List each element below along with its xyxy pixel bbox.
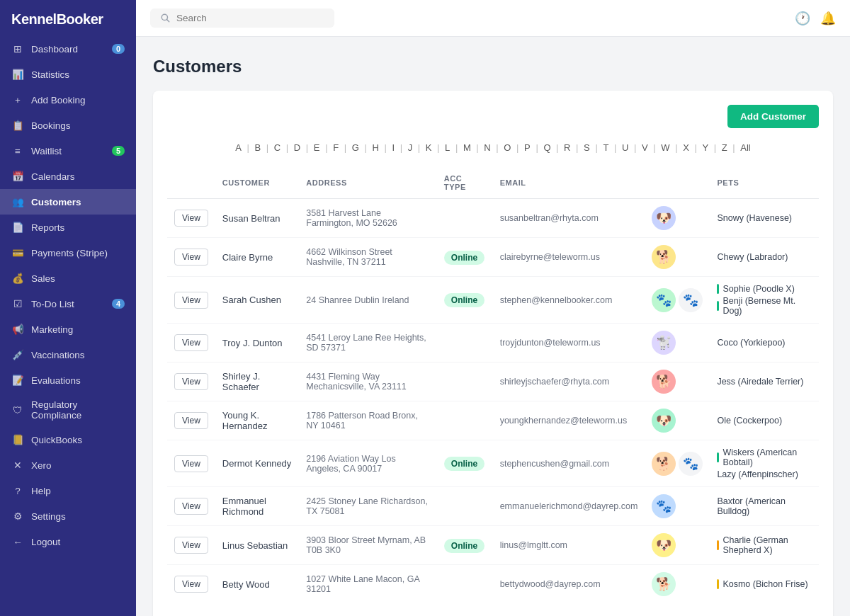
- email-cell: shirleyjschaefer@rhyta.com: [493, 363, 645, 401]
- alpha-N[interactable]: N: [482, 142, 492, 153]
- alpha-C[interactable]: C: [273, 142, 282, 153]
- table-row: ViewEmmanuel Richmond2425 Stoney Lane Ri…: [167, 487, 819, 526]
- view-button-8[interactable]: View: [174, 498, 208, 515]
- sidebar-item-payments[interactable]: 💳Payments (Stripe): [0, 240, 136, 266]
- alpha-B[interactable]: B: [254, 142, 263, 153]
- alpha-Q[interactable]: Q: [542, 142, 552, 153]
- sidebar-item-statistics[interactable]: 📊Statistics: [0, 62, 136, 87]
- customer-card: Add Customer A | B | C | D | E | F | G |…: [153, 91, 833, 616]
- sidebar-item-regulatory[interactable]: 🛡Regulatory Compliance: [0, 393, 136, 427]
- pet-name: Kosmo (Bichon Frise): [722, 579, 808, 589]
- view-button-7[interactable]: View: [174, 455, 208, 472]
- acc-type-cell: [437, 324, 493, 363]
- alpha-All[interactable]: All: [739, 142, 752, 153]
- view-button-4[interactable]: View: [174, 334, 208, 351]
- email-cell: stephencushen@gmail.com: [493, 440, 645, 487]
- alpha-X[interactable]: X: [681, 142, 691, 153]
- sidebar-item-evaluations[interactable]: 📝Evaluations: [0, 367, 136, 393]
- email-cell: troyjdunton@teleworm.us: [493, 324, 645, 363]
- alpha-L[interactable]: L: [443, 142, 451, 153]
- online-badge: Online: [444, 457, 484, 471]
- sidebar-item-marketing[interactable]: 📢Marketing: [0, 316, 136, 342]
- alpha-A[interactable]: A: [234, 142, 243, 153]
- view-cell: View: [167, 565, 215, 604]
- alpha-E[interactable]: E: [312, 142, 322, 153]
- alpha-separator: |: [361, 142, 371, 153]
- sidebar-label-help: Help: [31, 486, 51, 496]
- view-button-1[interactable]: View: [174, 210, 208, 227]
- pet-dot: [717, 540, 719, 550]
- email-cell: linus@lmgltt.com: [493, 526, 645, 565]
- sidebar-item-waitlist[interactable]: ≡Waitlist5: [0, 138, 136, 164]
- vaccinations-icon: 💉: [11, 348, 24, 361]
- sidebar-item-reports[interactable]: 📄Reports: [0, 215, 136, 240]
- page-content: Customers Add Customer A | B | C | D | E…: [136, 37, 850, 616]
- address-cell: 4541 Leroy Lane Ree Heights, SD 57371: [299, 324, 437, 363]
- sidebar-item-quickbooks[interactable]: 📒QuickBooks: [0, 427, 136, 452]
- sidebar-item-sales[interactable]: 💰Sales: [0, 266, 136, 291]
- sidebar-item-vaccinations[interactable]: 💉Vaccinations: [0, 342, 136, 367]
- view-cell: View: [167, 440, 215, 487]
- alpha-separator: |: [552, 142, 563, 153]
- history-icon[interactable]: 🕐: [795, 11, 810, 26]
- sidebar-item-todo[interactable]: ☑To-Do List4: [0, 291, 136, 316]
- alpha-H[interactable]: H: [370, 142, 380, 153]
- sidebar-label-vaccinations: Vaccinations: [31, 350, 85, 360]
- alpha-I[interactable]: I: [390, 142, 396, 153]
- alpha-P[interactable]: P: [523, 142, 532, 153]
- view-button-5[interactable]: View: [174, 373, 208, 390]
- alpha-J[interactable]: J: [407, 142, 414, 153]
- sidebar-item-settings[interactable]: ⚙Settings: [0, 503, 136, 529]
- col-avatar: [645, 169, 710, 199]
- alpha-S[interactable]: S: [582, 142, 591, 153]
- sidebar-item-bookings[interactable]: 📋Bookings: [0, 113, 136, 138]
- table-row: ViewSusan Beltran3581 Harvest Lane Farmi…: [167, 199, 819, 238]
- view-button-3[interactable]: View: [174, 292, 208, 309]
- add-customer-button[interactable]: Add Customer: [727, 105, 819, 128]
- view-button-2[interactable]: View: [174, 249, 208, 266]
- search-input[interactable]: [176, 13, 318, 23]
- view-button-10[interactable]: View: [174, 576, 208, 593]
- alpha-D[interactable]: D: [293, 142, 302, 153]
- view-button-9[interactable]: View: [174, 537, 208, 554]
- alpha-W[interactable]: W: [659, 142, 671, 153]
- alpha-separator: |: [492, 142, 503, 153]
- address-cell: 2425 Stoney Lane Richardson, TX 75081: [299, 487, 437, 526]
- pets-cell: Coco (Yorkiepoo): [710, 324, 819, 363]
- alpha-R[interactable]: R: [562, 142, 572, 153]
- email-cell: stephen@kennelbooker.com: [493, 277, 645, 324]
- customer-name-cell: Claire Byrne: [215, 238, 299, 277]
- view-button-6[interactable]: View: [174, 412, 208, 429]
- alpha-G[interactable]: G: [351, 142, 361, 153]
- search-icon: [160, 13, 171, 23]
- alpha-Z[interactable]: Z: [720, 142, 729, 153]
- alpha-T[interactable]: T: [601, 142, 610, 153]
- sidebar-label-regulatory: Regulatory Compliance: [31, 399, 125, 421]
- address-cell: 1027 White Lane Macon, GA 31201: [299, 565, 437, 604]
- sidebar-item-customers[interactable]: 👥Customers: [0, 189, 136, 215]
- search-bar[interactable]: [150, 8, 334, 28]
- notification-icon[interactable]: 🔔: [820, 11, 836, 26]
- customer-name-cell: Young K. Hernandez: [215, 401, 299, 440]
- pet-item: Baxtor (American Bulldog): [717, 496, 812, 516]
- alpha-separator: |: [672, 142, 682, 153]
- sidebar-item-calendars[interactable]: 📅Calendars: [0, 164, 136, 189]
- alpha-O[interactable]: O: [502, 142, 512, 153]
- alpha-Y[interactable]: Y: [701, 142, 710, 153]
- alpha-separator: |: [691, 142, 701, 153]
- col-email: EMAIL: [493, 169, 645, 199]
- acc-type-cell: Online: [437, 277, 493, 324]
- col-acc-type: ACC TYPE: [437, 169, 493, 199]
- sidebar-item-help[interactable]: ?Help: [0, 478, 136, 503]
- alpha-M[interactable]: M: [462, 142, 472, 153]
- sidebar-item-logout[interactable]: ←Logout: [0, 529, 136, 554]
- pet-name: Chewy (Labrador): [717, 252, 788, 262]
- alpha-V[interactable]: V: [640, 142, 650, 153]
- alpha-U[interactable]: U: [620, 142, 630, 153]
- alpha-F[interactable]: F: [332, 142, 340, 153]
- alpha-K[interactable]: K: [424, 142, 434, 153]
- sidebar-item-dashboard[interactable]: ⊞Dashboard0: [0, 36, 136, 62]
- sidebar-item-add-booking[interactable]: +Add Booking: [0, 87, 136, 113]
- avatar-2: 🐾: [679, 452, 703, 476]
- sidebar-item-xero[interactable]: ✕Xero: [0, 452, 136, 478]
